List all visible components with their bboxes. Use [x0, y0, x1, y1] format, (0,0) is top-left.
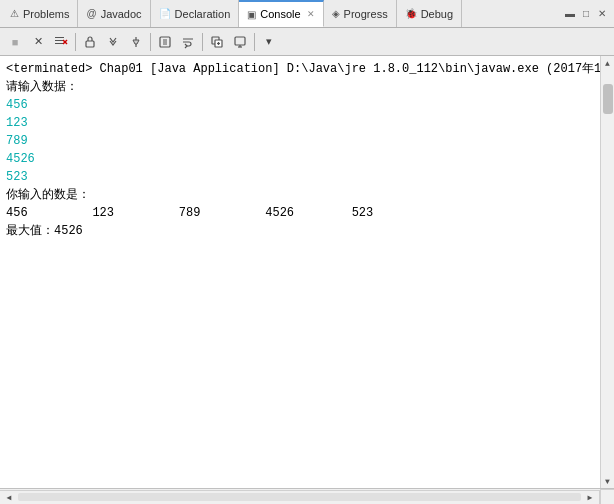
- separator-2: [150, 33, 151, 51]
- stop-button[interactable]: ■: [4, 31, 26, 53]
- svg-rect-0: [55, 37, 64, 38]
- console-line-0: 请输入数据：: [6, 78, 594, 96]
- tab-progress[interactable]: ◈ Progress: [324, 0, 397, 27]
- scroll-x-track[interactable]: [18, 493, 581, 501]
- svg-rect-5: [86, 41, 94, 47]
- tab-debug-label: Debug: [421, 8, 453, 20]
- display-selected-button[interactable]: [229, 31, 251, 53]
- minimize-view-button[interactable]: ▬: [562, 6, 578, 22]
- scroll-end-button[interactable]: [102, 31, 124, 53]
- tab-javadoc[interactable]: @ Javadoc: [78, 0, 150, 27]
- console-line-4: 4526: [6, 150, 594, 168]
- vertical-scrollbar[interactable]: ▲ ▼: [600, 56, 614, 488]
- console-line-6: 你输入的数是：: [6, 186, 594, 204]
- declaration-icon: 📄: [159, 8, 171, 19]
- console-close-icon[interactable]: ✕: [307, 9, 315, 19]
- svg-marker-7: [133, 40, 139, 44]
- scroll-right-arrow[interactable]: ▶: [583, 490, 597, 504]
- console-line-2: 123: [6, 114, 594, 132]
- tab-progress-label: Progress: [344, 8, 388, 20]
- scrollbar-corner: [600, 489, 614, 505]
- maximize-view-button[interactable]: □: [578, 6, 594, 22]
- console-line-3: 789: [6, 132, 594, 150]
- javadoc-icon: @: [86, 8, 96, 19]
- clear-button[interactable]: [50, 31, 72, 53]
- close-view-button[interactable]: ✕: [594, 6, 610, 22]
- tab-console-label: Console: [260, 8, 300, 20]
- remove-button[interactable]: ✕: [27, 31, 49, 53]
- pin-button[interactable]: [125, 31, 147, 53]
- scroll-left-arrow[interactable]: ◀: [2, 490, 16, 504]
- console-line-8: 最大值：4526: [6, 222, 594, 240]
- tab-declaration[interactable]: 📄 Declaration: [151, 0, 240, 27]
- debug-icon: 🐞: [405, 8, 417, 19]
- console-icon: ▣: [247, 9, 256, 20]
- status-line: <terminated> Chap01 [Java Application] D…: [6, 60, 594, 78]
- scroll-lock-button[interactable]: [79, 31, 101, 53]
- view-menu-button[interactable]: ▾: [258, 31, 280, 53]
- console-line-5: 523: [6, 168, 594, 186]
- tab-declaration-label: Declaration: [175, 8, 231, 20]
- console-toolbar: ■ ✕: [0, 28, 614, 56]
- bottom-bar: ◀ ▶: [0, 488, 614, 504]
- separator-4: [254, 33, 255, 51]
- console-line-1: 456: [6, 96, 594, 114]
- open-console-button[interactable]: [154, 31, 176, 53]
- tab-javadoc-label: Javadoc: [101, 8, 142, 20]
- horizontal-scrollbar[interactable]: ◀ ▶: [0, 490, 600, 504]
- separator-1: [75, 33, 76, 51]
- tab-bar: ⚠ Problems @ Javadoc 📄 Declaration ▣ Con…: [0, 0, 614, 28]
- scroll-thumb[interactable]: [603, 84, 613, 114]
- problems-icon: ⚠: [10, 8, 19, 19]
- console-wrapper: <terminated> Chap01 [Java Application] D…: [0, 56, 614, 488]
- console-line-7: 456 123 789 4526 523: [6, 204, 594, 222]
- tab-debug[interactable]: 🐞 Debug: [397, 0, 462, 27]
- word-wrap-button[interactable]: [177, 31, 199, 53]
- tab-console[interactable]: ▣ Console ✕: [239, 0, 323, 27]
- scroll-down-arrow[interactable]: ▼: [601, 474, 615, 488]
- tab-bar-right: ▬ □ ✕: [562, 6, 614, 22]
- separator-3: [202, 33, 203, 51]
- new-console-button[interactable]: [206, 31, 228, 53]
- scroll-up-arrow[interactable]: ▲: [601, 56, 615, 70]
- svg-rect-16: [235, 37, 245, 45]
- progress-icon: ◈: [332, 8, 340, 19]
- tab-problems[interactable]: ⚠ Problems: [2, 0, 78, 27]
- tab-problems-label: Problems: [23, 8, 69, 20]
- console-content[interactable]: <terminated> Chap01 [Java Application] D…: [0, 56, 600, 488]
